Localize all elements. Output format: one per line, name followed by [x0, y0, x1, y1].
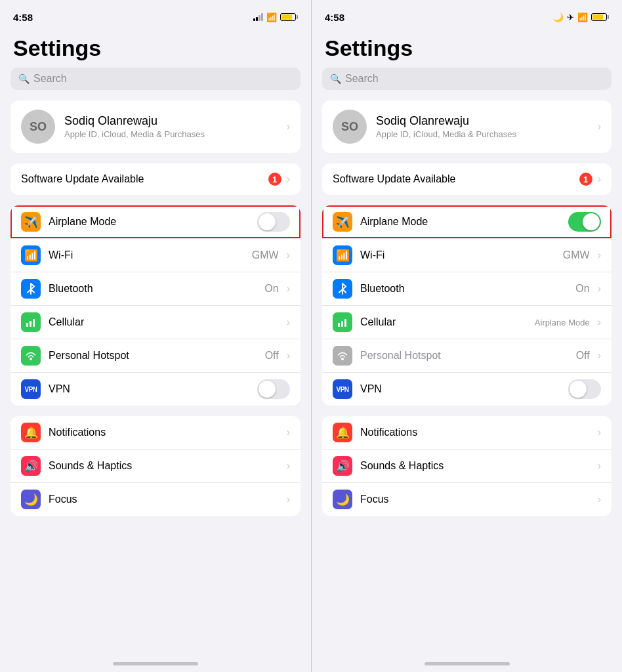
bluetooth-row-icon-right: [333, 279, 352, 299]
airplane-mode-row-left[interactable]: ✈️ Airplane Mode: [10, 205, 301, 238]
airplane-mode-row-right[interactable]: ✈️ Airplane Mode: [322, 205, 612, 238]
vpn-row-left[interactable]: VPN VPN: [10, 372, 301, 406]
profile-name-left: Sodiq Olanrewaju: [64, 114, 278, 128]
hotspot-chevron-right: ›: [598, 350, 601, 362]
airplane-mode-toggle-right[interactable]: [568, 212, 601, 232]
update-badge-right: 1: [579, 173, 592, 186]
settings-title-right: Settings: [312, 29, 622, 68]
wifi-row-icon-left: 📶: [21, 245, 41, 265]
bluetooth-value-right: On: [575, 283, 589, 295]
update-card-left[interactable]: Software Update Available 1 ›: [10, 163, 301, 195]
notifications-row-left[interactable]: 🔔 Notifications ›: [10, 416, 301, 449]
avatar-right: SO: [333, 110, 367, 144]
settings-title-left: Settings: [0, 29, 311, 68]
home-indicator-left: [0, 658, 311, 672]
battery-icon-right: [591, 13, 609, 21]
right-panel: 4:58 🌙 ✈ 📶 Settings 🔍 Search SO Sodiq Ol…: [311, 0, 622, 672]
bluetooth-chevron-right: ›: [598, 283, 601, 295]
vpn-toggle-left[interactable]: [257, 379, 290, 399]
bluetooth-row-right[interactable]: Bluetooth On ›: [322, 272, 612, 305]
focus-row-left[interactable]: 🌙 Focus ›: [10, 482, 301, 516]
cellular-row-left[interactable]: Cellular ›: [10, 305, 301, 339]
hotspot-label-right: Personal Hotspot: [360, 350, 568, 362]
hotspot-row-left[interactable]: Personal Hotspot Off ›: [10, 339, 301, 372]
wifi-row-left[interactable]: 📶 Wi-Fi GMW ›: [10, 238, 301, 272]
wifi-icon-right: 📶: [577, 12, 588, 22]
wifi-value-left: GMW: [252, 249, 279, 261]
update-label-right: Software Update Available: [333, 173, 455, 185]
hotspot-label-left: Personal Hotspot: [49, 350, 257, 362]
status-bar-left: 4:58 📶: [0, 0, 311, 29]
bluetooth-row-left[interactable]: Bluetooth On ›: [10, 272, 301, 305]
search-bar-right[interactable]: 🔍 Search: [322, 68, 612, 90]
update-chevron-left: ›: [287, 173, 290, 185]
profile-card-right[interactable]: SO Sodiq Olanrewaju Apple ID, iCloud, Me…: [322, 100, 612, 153]
airplane-mode-label-left: Airplane Mode: [49, 216, 249, 228]
search-bar-left[interactable]: 🔍 Search: [10, 68, 301, 90]
bluetooth-row-icon-left: [21, 279, 41, 299]
airplane-status-icon-right: ✈: [567, 12, 574, 22]
notifications-group-left: 🔔 Notifications › 🔊 Sounds & Haptics › 🌙…: [10, 416, 301, 516]
search-placeholder-right: Search: [345, 73, 379, 85]
airplane-mode-label-right: Airplane Mode: [360, 216, 560, 228]
vpn-toggle-right[interactable]: [568, 379, 601, 399]
svg-point-7: [341, 358, 344, 360]
bluetooth-chevron-left: ›: [287, 283, 290, 295]
vpn-row-right[interactable]: VPN VPN: [322, 372, 612, 406]
hotspot-value-right: Off: [576, 350, 590, 362]
hotspot-chevron-left: ›: [287, 350, 290, 362]
sounds-icon-right: 🔊: [333, 456, 352, 476]
vpn-row-icon-left: VPN: [21, 379, 41, 399]
status-bar-right: 4:58 🌙 ✈ 📶: [312, 0, 622, 29]
cellular-label-left: Cellular: [49, 316, 279, 328]
notifications-chevron-left: ›: [287, 427, 290, 438]
focus-chevron-left: ›: [287, 494, 290, 505]
notifications-icon-right: 🔔: [333, 423, 352, 442]
sounds-icon-left: 🔊: [21, 456, 41, 476]
cellular-row-icon-left: [21, 312, 41, 332]
svg-rect-1: [30, 321, 31, 327]
bluetooth-label-right: Bluetooth: [360, 283, 568, 295]
update-right-right: 1 ›: [579, 173, 601, 186]
sounds-chevron-left: ›: [287, 460, 290, 472]
connectivity-group-right: ✈️ Airplane Mode 📶 Wi-Fi GMW › Bluetooth: [322, 205, 612, 406]
profile-subtitle-left: Apple ID, iCloud, Media & Purchases: [64, 129, 278, 139]
profile-info-right: Sodiq Olanrewaju Apple ID, iCloud, Media…: [376, 114, 589, 139]
cellular-row-icon-right: [333, 312, 352, 332]
profile-chevron-right: ›: [598, 121, 601, 133]
update-card-right[interactable]: Software Update Available 1 ›: [322, 163, 612, 195]
status-time-right: 4:58: [325, 12, 344, 23]
focus-chevron-right: ›: [598, 494, 601, 505]
hotspot-row-right[interactable]: Personal Hotspot Off ›: [322, 339, 612, 372]
focus-row-right[interactable]: 🌙 Focus ›: [322, 482, 612, 516]
hotspot-value-left: Off: [265, 350, 279, 362]
search-icon-left: 🔍: [18, 74, 30, 84]
notifications-group-right: 🔔 Notifications › 🔊 Sounds & Haptics › 🌙…: [322, 416, 612, 516]
sounds-row-left[interactable]: 🔊 Sounds & Haptics ›: [10, 449, 301, 482]
signal-icon-left: [253, 13, 263, 21]
search-icon-right: 🔍: [330, 74, 341, 84]
left-panel: 4:58 📶 Settings 🔍 Search SO Sodiq Ol: [0, 0, 311, 672]
svg-rect-0: [26, 323, 28, 327]
moon-icon-right: 🌙: [553, 12, 564, 22]
wifi-row-right[interactable]: 📶 Wi-Fi GMW ›: [322, 238, 612, 272]
notifications-chevron-right: ›: [598, 427, 601, 438]
bluetooth-value-left: On: [264, 283, 278, 295]
wifi-label-right: Wi-Fi: [360, 249, 555, 261]
status-icons-right: 🌙 ✈ 📶: [553, 12, 609, 22]
vpn-label-left: VPN: [49, 383, 249, 395]
home-indicator-right: [312, 658, 622, 672]
cellular-chevron-right: ›: [598, 316, 601, 328]
cellular-chevron-left: ›: [287, 316, 290, 328]
wifi-chevron-right: ›: [598, 249, 601, 261]
notifications-row-right[interactable]: 🔔 Notifications ›: [322, 416, 612, 449]
sounds-label-left: Sounds & Haptics: [49, 460, 279, 472]
battery-icon-left: [280, 13, 298, 21]
profile-card-left[interactable]: SO Sodiq Olanrewaju Apple ID, iCloud, Me…: [10, 100, 301, 153]
cellular-row-right[interactable]: Cellular Airplane Mode ›: [322, 305, 612, 339]
sounds-row-right[interactable]: 🔊 Sounds & Haptics ›: [322, 449, 612, 482]
airplane-mode-toggle-left[interactable]: [257, 212, 290, 232]
notifications-label-right: Notifications: [360, 427, 590, 438]
cellular-value-right: Airplane Mode: [535, 318, 590, 327]
wifi-icon-left: 📶: [266, 12, 277, 22]
